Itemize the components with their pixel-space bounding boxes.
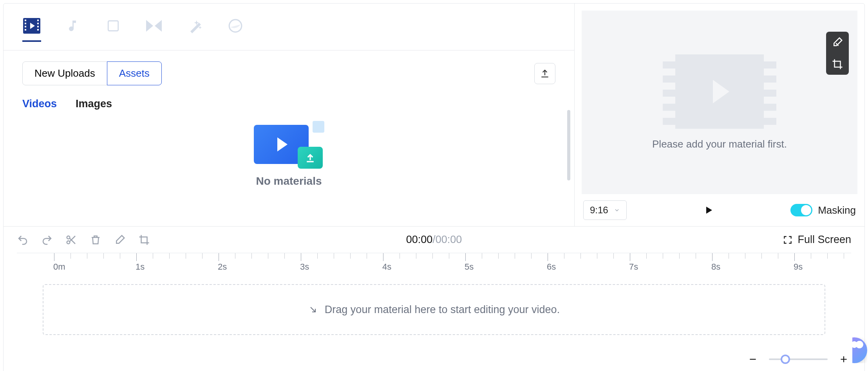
asset-type-tabs: Videos Images xyxy=(4,85,574,110)
time-current: 00:00 xyxy=(406,234,433,245)
svg-rect-4 xyxy=(25,29,26,31)
preview-footer: 9:16 Masking xyxy=(575,194,864,226)
cut-button[interactable] xyxy=(65,234,77,246)
upload-source-row: New Uploads Assets xyxy=(4,50,574,85)
tick-label: 8s xyxy=(711,262,720,272)
tick-label: 5s xyxy=(465,262,474,272)
svg-rect-2 xyxy=(25,23,26,24)
timeline-panel: 00:00/00:00 Full Screen 0m1s2s3s4s5s6s7s… xyxy=(4,227,864,371)
aspect-ratio-value: 9:16 xyxy=(590,205,608,216)
svg-rect-6 xyxy=(37,23,39,24)
svg-marker-12 xyxy=(155,20,162,32)
music-note-icon xyxy=(65,19,80,33)
tab-effect[interactable] xyxy=(185,23,204,42)
tab-transition[interactable] xyxy=(145,23,163,42)
assets-panel: New Uploads Assets Videos Images xyxy=(4,4,575,226)
preview-hint-text: Please add your material first. xyxy=(652,138,787,150)
video-editor: New Uploads Assets Videos Images xyxy=(3,3,865,371)
text-icon xyxy=(107,19,120,32)
tick-label: 2s xyxy=(218,262,227,272)
asset-tab-videos[interactable]: Videos xyxy=(22,98,57,110)
masking-toggle-wrap: Masking xyxy=(790,204,856,216)
eraser-timeline-button[interactable] xyxy=(114,234,126,246)
dropzone-hint: Drag your material here to start editing… xyxy=(325,304,560,316)
svg-rect-3 xyxy=(25,26,26,27)
aspect-ratio-select[interactable]: 9:16 xyxy=(583,200,627,220)
empty-illustration xyxy=(254,121,324,168)
svg-marker-14 xyxy=(706,207,712,214)
play-button[interactable] xyxy=(704,205,713,215)
preview-canvas: Please add your material first. xyxy=(582,11,857,194)
preview-tool-stack xyxy=(826,32,849,75)
redo-button[interactable] xyxy=(41,234,53,246)
upload-icon xyxy=(540,68,550,79)
scrollbar[interactable] xyxy=(567,110,570,180)
crop-button[interactable] xyxy=(832,58,843,70)
assets-empty-state: No materials xyxy=(4,110,574,226)
no-materials-text: No materials xyxy=(256,175,322,187)
undo-button[interactable] xyxy=(17,234,29,246)
svg-rect-8 xyxy=(37,29,39,31)
crop-timeline-button[interactable] xyxy=(138,234,150,246)
upload-arrow-icon xyxy=(304,152,316,164)
upload-source-segment: New Uploads Assets xyxy=(22,61,162,85)
zoom-controls xyxy=(748,354,849,364)
scissors-icon xyxy=(65,234,77,246)
upload-button[interactable] xyxy=(534,63,555,84)
seg-assets[interactable]: Assets xyxy=(107,61,162,85)
svg-marker-11 xyxy=(146,20,153,32)
svg-rect-10 xyxy=(108,21,118,31)
tick-label: 3s xyxy=(300,262,309,272)
fullscreen-label: Full Screen xyxy=(797,234,851,246)
zoom-in-button[interactable] xyxy=(839,354,849,364)
zoom-slider[interactable] xyxy=(769,358,828,360)
crop-icon xyxy=(832,58,843,70)
asset-tab-images[interactable]: Images xyxy=(76,98,112,110)
tick-label: 4s xyxy=(382,262,391,272)
tick-label: 9s xyxy=(794,262,803,272)
minus-icon xyxy=(748,354,758,364)
tab-video[interactable] xyxy=(22,23,41,42)
tab-text[interactable] xyxy=(104,23,123,42)
tick-label: 7s xyxy=(629,262,638,272)
tab-sticker[interactable] xyxy=(226,23,245,42)
tick-label: 6s xyxy=(547,262,556,272)
undo-icon xyxy=(17,234,29,246)
tick-label: 1s xyxy=(136,262,145,272)
tick-label: 0m xyxy=(53,262,65,272)
svg-rect-1 xyxy=(25,20,26,21)
timeline-time-display: 00:00/00:00 xyxy=(406,234,462,246)
seg-new-uploads[interactable]: New Uploads xyxy=(22,61,107,85)
preview-placeholder-icon xyxy=(663,54,776,129)
delete-button[interactable] xyxy=(90,234,101,246)
redo-icon xyxy=(41,234,53,246)
preview-panel: Please add your material first. 9:16 xyxy=(575,4,864,226)
masking-label: Masking xyxy=(818,204,856,216)
timeline-ruler[interactable]: 0m1s2s3s4s5s6s7s8s9s10 xyxy=(17,253,851,276)
sticker-icon xyxy=(228,18,243,33)
zoom-out-button[interactable] xyxy=(748,354,758,364)
time-total: 00:00 xyxy=(436,234,462,245)
tab-audio[interactable] xyxy=(63,23,82,42)
eraser-icon xyxy=(832,36,843,48)
svg-rect-5 xyxy=(37,20,39,21)
play-icon xyxy=(704,205,713,215)
plus-icon xyxy=(839,354,849,364)
film-icon xyxy=(23,18,40,34)
crop-icon xyxy=(138,234,150,246)
timeline-toolbar: 00:00/00:00 Full Screen xyxy=(4,227,864,253)
transition-icon xyxy=(146,20,162,32)
top-row: New Uploads Assets Videos Images xyxy=(4,4,864,227)
fullscreen-icon xyxy=(783,235,793,245)
masking-toggle[interactable] xyxy=(790,204,812,216)
timeline-dropzone[interactable]: Drag your material here to start editing… xyxy=(43,284,825,335)
eraser-button[interactable] xyxy=(832,36,843,48)
chevron-down-icon xyxy=(614,207,620,213)
svg-rect-7 xyxy=(37,26,39,27)
trash-icon xyxy=(90,234,101,246)
eraser-icon xyxy=(114,234,126,246)
media-category-tabs xyxy=(4,4,574,50)
fullscreen-button[interactable]: Full Screen xyxy=(783,234,851,246)
sparkle-icon xyxy=(187,18,202,33)
arrow-down-right-icon xyxy=(308,305,318,314)
